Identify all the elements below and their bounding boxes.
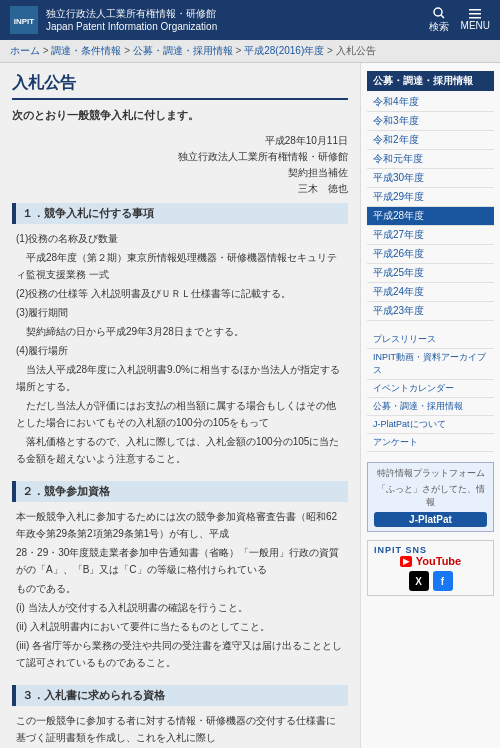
breadcrumb-home[interactable]: ホーム — [10, 45, 40, 56]
main-layout: 入札公告 次のとおり一般競争入札に付します。 平成28年10月11日 独立行政法… — [0, 63, 500, 748]
breadcrumb-year[interactable]: 平成28(2016)年度 — [244, 45, 324, 56]
menu-button[interactable]: MENU — [461, 9, 490, 31]
facebook-button[interactable]: f — [433, 571, 453, 591]
jplatpat-link[interactable]: J-PlatPat — [374, 512, 487, 527]
youtube-row[interactable]: ▶ YouTube — [374, 555, 487, 567]
doc-org: 独立行政法人工業所有権情報・研修館 — [12, 149, 348, 165]
section-1: １．競争入札に付する事項(1)役務の名称及び数量 平成28年度（第２期）東京所情… — [12, 203, 348, 471]
sidebar-sub-item[interactable]: J-PlatPatについて — [367, 416, 494, 434]
breadcrumb: ホーム > 調達・条件情報 > 公募・調達・採用情報 > 平成28(2016)年… — [0, 40, 500, 63]
doc-dept: 契約担当補佐 — [12, 165, 348, 181]
site-header: INPIT 独立行政法人工業所有権情報・研修館 Japan Patent Inf… — [0, 0, 500, 40]
sections-container: １．競争入札に付する事項(1)役務の名称及び数量 平成28年度（第２期）東京所情… — [12, 203, 348, 748]
section-1-content: (1)役務の名称及び数量 平成28年度（第２期）東京所情報処理機器・研修機器情報… — [12, 228, 348, 471]
doc-date: 平成28年10月11日 — [12, 133, 348, 149]
sidebar-sub-item[interactable]: アンケート — [367, 434, 494, 452]
content-line: (2)役務の仕様等 入札説明書及びＵＲＬ仕様書等に記載する。 — [16, 285, 344, 302]
sidebar-year-item[interactable]: 令和元年度 — [367, 150, 494, 169]
svg-text:INPIT: INPIT — [14, 17, 35, 26]
breadcrumb-kobo[interactable]: 公募・調達・採用情報 — [133, 45, 233, 56]
org-logo-icon: INPIT — [10, 6, 38, 34]
content-line: ものである。 — [16, 580, 344, 597]
sidebar-year-item[interactable]: 平成28年度 — [367, 207, 494, 226]
sidebar-year-item[interactable]: 令和2年度 — [367, 131, 494, 150]
sidebar-years-list: 令和4年度令和3年度令和2年度令和元年度平成30年度平成29年度平成28年度平成… — [367, 93, 494, 321]
sidebar-year-item[interactable]: 平成29年度 — [367, 188, 494, 207]
sidebar-section-title: 公募・調達・採用情報 — [367, 71, 494, 91]
svg-line-3 — [441, 15, 444, 18]
social-row: X f — [374, 571, 487, 591]
search-button[interactable]: 検索 — [429, 7, 449, 34]
page-title: 入札公告 — [12, 73, 348, 100]
doc-person: 三木 徳也 — [12, 181, 348, 197]
section-1-title: １．競争入札に付する事項 — [12, 203, 348, 224]
content-line: (ii) 入札説明書内において要件に当たるものとしてこと。 — [16, 618, 344, 635]
section-2-title: ２．競争参加資格 — [12, 481, 348, 502]
section-3-content: この一般競争に参加する者に対する情報・研修機器の交付する仕様書に基づく証明書類を… — [12, 710, 348, 748]
breadcrumb-chotatsu[interactable]: 調達・条件情報 — [51, 45, 121, 56]
content-line: (iii) 各省庁等から業務の受注や共同の受注書を遵守又は届け出ることとして認可… — [16, 637, 344, 671]
sidebar-sub-list: プレスリリースINPIT動画・資料アーカイブスイベントカレンダー公募・調達・採用… — [367, 331, 494, 452]
svg-point-2 — [434, 8, 442, 16]
content-line: 契約締結の日から平成29年3月28日までとする。 — [16, 323, 344, 340]
content-line: (3)履行期間 — [16, 304, 344, 321]
section-3: ３．入札書に求められる資格この一般競争に参加する者に対する情報・研修機器の交付す… — [12, 685, 348, 748]
jplatpat-box[interactable]: 特許情報プラットフォーム 「ふっと」さがしてた、情報 J-PlatPat — [367, 462, 494, 532]
content-line: 平成28年度（第２期）東京所情報処理機器・研修機器情報セキュリティ監視支援業務 … — [16, 249, 344, 283]
content-line: ただし当法人が評価にはお支払の相当額に属する場合もしくはその他とした場合において… — [16, 397, 344, 431]
jplatpat-sub: 「ふっと」さがしてた、情報 — [374, 483, 487, 509]
content-line: この一般競争に参加する者に対する情報・研修機器の交付する仕様書に基づく証明書類を… — [16, 712, 344, 746]
sidebar-sub-section: プレスリリースINPIT動画・資料アーカイブスイベントカレンダー公募・調達・採用… — [367, 331, 494, 452]
org-name: 独立行政法人工業所有権情報・研修館 Japan Patent Informati… — [46, 7, 217, 33]
content-line: 当法人平成28年度に入札説明書9.0%に相当するほか当法人が指定する場所とする。 — [16, 361, 344, 395]
content-line: 落札価格とするので、入札に際しては、入札金額の100分の105に当たる金額を超え… — [16, 433, 344, 467]
page-notice: 次のとおり一般競争入札に付します。 — [12, 108, 348, 123]
sidebar-sub-item[interactable]: INPIT動画・資料アーカイブス — [367, 349, 494, 380]
sidebar-year-item[interactable]: 令和3年度 — [367, 112, 494, 131]
content-line: (i) 当法人が交付する入札説明書の確認を行うこと。 — [16, 599, 344, 616]
document-header: 平成28年10月11日 独立行政法人工業所有権情報・研修館 契約担当補佐 三木 … — [12, 133, 348, 197]
header-logo: INPIT 独立行政法人工業所有権情報・研修館 Japan Patent Inf… — [10, 6, 217, 34]
x-button[interactable]: X — [409, 571, 429, 591]
youtube-label: YouTube — [416, 555, 461, 567]
sidebar-sub-item[interactable]: 公募・調達・採用情報 — [367, 398, 494, 416]
sidebar-year-item[interactable]: 平成24年度 — [367, 283, 494, 302]
youtube-icon: ▶ — [400, 556, 412, 567]
svg-rect-6 — [469, 17, 481, 19]
sidebar: 公募・調達・採用情報 令和4年度令和3年度令和2年度令和元年度平成30年度平成2… — [360, 63, 500, 748]
sidebar-sub-item[interactable]: イベントカレンダー — [367, 380, 494, 398]
content-line: (1)役務の名称及び数量 — [16, 230, 344, 247]
content-line: 28・29・30年度競走業者参加申告通知書（省略）「一般用」行政の資質がの「A」… — [16, 544, 344, 578]
sidebar-year-item[interactable]: 平成23年度 — [367, 302, 494, 321]
sidebar-year-item[interactable]: 令和4年度 — [367, 93, 494, 112]
sidebar-year-item[interactable]: 平成27年度 — [367, 226, 494, 245]
content-line: (4)履行場所 — [16, 342, 344, 359]
sidebar-sub-item[interactable]: プレスリリース — [367, 331, 494, 349]
jplatpat-title: 特許情報プラットフォーム — [374, 467, 487, 480]
svg-rect-5 — [469, 13, 481, 15]
svg-rect-4 — [469, 9, 481, 11]
header-actions: 検索 MENU — [429, 7, 490, 34]
inpit-logo: INPIT SNS — [374, 545, 487, 555]
section-3-title: ３．入札書に求められる資格 — [12, 685, 348, 706]
sidebar-year-item[interactable]: 平成26年度 — [367, 245, 494, 264]
content-line: 本一般競争入札に参加するためには次の競争参加資格審査告書（昭和62年政令第29条… — [16, 508, 344, 542]
sidebar-year-item[interactable]: 平成25年度 — [367, 264, 494, 283]
inpit-sns-box: INPIT SNS ▶ YouTube X f — [367, 540, 494, 596]
section-2: ２．競争参加資格本一般競争入札に参加するためには次の競争参加資格審査告書（昭和6… — [12, 481, 348, 675]
sidebar-years-section: 公募・調達・採用情報 令和4年度令和3年度令和2年度令和元年度平成30年度平成2… — [367, 71, 494, 321]
main-content: 入札公告 次のとおり一般競争入札に付します。 平成28年10月11日 独立行政法… — [0, 63, 360, 748]
sidebar-year-item[interactable]: 平成30年度 — [367, 169, 494, 188]
section-2-content: 本一般競争入札に参加するためには次の競争参加資格審査告書（昭和62年政令第29条… — [12, 506, 348, 675]
breadcrumb-current: 入札公告 — [336, 45, 376, 56]
